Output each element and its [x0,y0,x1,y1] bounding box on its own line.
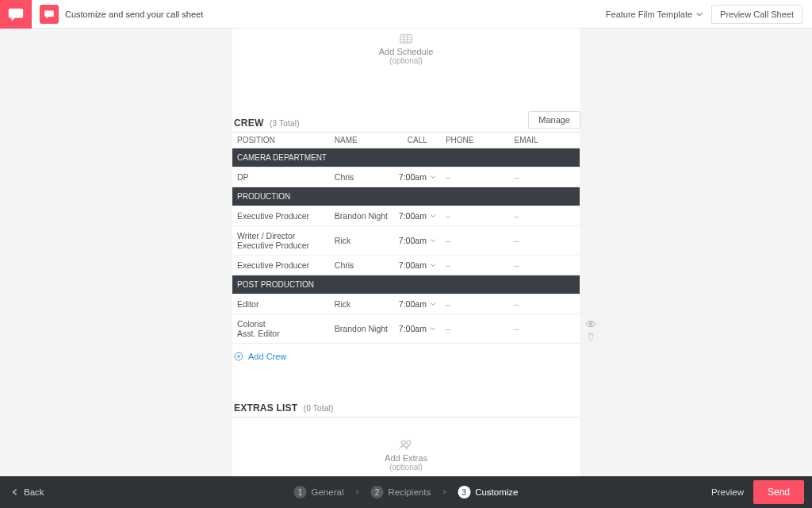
manage-crew-button[interactable]: Manage [528,111,580,129]
table-row[interactable]: ColoristAsst. EditorBrandon Night7:00am–… [232,314,580,344]
footer: Back 1General 2Recipients 3Customize Pre… [0,476,812,508]
chevron-down-icon [430,237,436,244]
add-crew-link[interactable]: Add Crew [232,344,580,366]
svg-point-6 [590,323,592,325]
callsheet-icon [44,9,55,20]
cell-position: Writer / DirectorExecutive Producer [232,226,330,256]
cell-call[interactable]: 7:00am [394,314,441,344]
cell-phone: – [441,226,510,256]
visibility-icon[interactable] [585,318,596,329]
col-call: CALL [394,133,441,148]
cell-name: Brandon Night [330,206,394,226]
delete-icon[interactable] [585,331,596,342]
crew-title: CREW [234,117,263,129]
table-row[interactable]: EditorRick7:00am–– [232,294,580,314]
crew-table: POSITION NAME CALL PHONE EMAIL CAMERA DE… [232,133,580,344]
step-customize[interactable]: 3Customize [458,486,518,498]
add-crew-label: Add Crew [248,352,286,361]
template-select[interactable]: Feature Film Template [606,10,703,19]
cell-call[interactable]: 7:00am [394,206,441,226]
send-button[interactable]: Send [753,480,804,504]
cell-position: Editor [232,294,330,314]
cell-name: Rick [330,294,394,314]
step-recipients[interactable]: 2Recipients [370,486,431,498]
extras-count: (0 Total) [304,404,334,413]
cell-name: Brandon Night [330,314,394,344]
back-label: Back [24,487,44,497]
cell-phone: – [441,314,510,344]
schedule-icon [399,33,413,44]
add-extras-optional: (optional) [232,463,580,471]
chevron-down-icon [430,213,436,219]
svg-point-8 [401,441,405,444]
steps: 1General 2Recipients 3Customize [294,486,519,498]
preview-call-sheet-button[interactable]: Preview Call Sheet [711,5,802,24]
call-sheet-icon-badge [40,5,59,24]
table-row[interactable]: Executive ProducerChris7:00am–– [232,256,580,275]
cell-email: – [510,314,580,344]
canvas: Add Schedule (optional) CREW (3 Total) M… [0,29,812,476]
cell-name: Chris [330,167,394,187]
row-actions [583,317,599,344]
template-select-label: Feature Film Template [606,10,692,19]
chat-icon [7,6,25,23]
add-extras-block[interactable]: Add Extras (optional) [232,418,580,476]
cell-email: – [510,226,580,256]
logo[interactable] [0,0,32,29]
footer-preview-link[interactable]: Preview [711,487,744,497]
topbar: Customize and send your call sheet Featu… [0,0,812,29]
table-row[interactable]: Writer / DirectorExecutive ProducerRick7… [232,226,580,256]
dept-row: PRODUCTION [232,187,580,206]
chevron-down-icon [430,262,436,268]
cell-phone: – [441,206,510,226]
page-title: Customize and send your call sheet [65,10,203,19]
cell-phone: – [441,294,510,314]
people-icon [398,438,414,451]
cell-call[interactable]: 7:00am [394,226,441,256]
cell-call[interactable]: 7:00am [394,256,441,275]
chevron-down-icon [430,174,436,180]
svg-point-9 [407,441,411,444]
cell-call[interactable]: 7:00am [394,294,441,314]
col-name: NAME [330,133,394,148]
cell-position: DP [232,167,330,187]
cell-call[interactable]: 7:00am [394,167,441,187]
crew-count: (3 Total) [270,119,300,128]
chevron-down-icon [695,10,703,18]
dept-row: CAMERA DEPARTMENT [232,148,580,167]
add-schedule-optional: (optional) [232,56,580,65]
chevron-right-icon [354,490,359,495]
cell-position: ColoristAsst. Editor [232,314,330,344]
col-position: POSITION [232,133,330,148]
step-general[interactable]: 1General [294,486,344,498]
cell-position: Executive Producer [232,256,330,275]
crew-section-header: CREW (3 Total) Manage [232,117,580,133]
table-row[interactable]: DPChris7:00am–– [232,167,580,187]
add-extras-label: Add Extras [232,453,580,463]
arrow-left-icon [11,488,19,496]
chevron-down-icon [430,301,436,307]
extras-section-header: EXTRAS LIST (0 Total) [232,402,580,418]
cell-phone: – [441,167,510,187]
cell-email: – [510,256,580,275]
cell-name: Rick [330,226,394,256]
add-schedule-label: Add Schedule [232,47,580,56]
cell-email: – [510,206,580,226]
cell-email: – [510,167,580,187]
chevron-right-icon [442,490,446,495]
cell-email: – [510,294,580,314]
col-phone: PHONE [441,133,510,148]
chevron-down-icon [430,325,436,332]
col-email: EMAIL [510,133,580,148]
plus-circle-icon [234,352,243,361]
cell-name: Chris [330,256,394,275]
cell-phone: – [441,256,510,275]
add-schedule-block[interactable]: Add Schedule (optional) [232,29,580,70]
extras-title: EXTRAS LIST [234,402,297,414]
cell-position: Executive Producer [232,206,330,226]
table-row[interactable]: Executive ProducerBrandon Night7:00am–– [232,206,580,226]
page: Add Schedule (optional) CREW (3 Total) M… [232,29,580,476]
dept-row: POST PRODUCTION [232,275,580,294]
back-button[interactable]: Back [0,487,56,497]
